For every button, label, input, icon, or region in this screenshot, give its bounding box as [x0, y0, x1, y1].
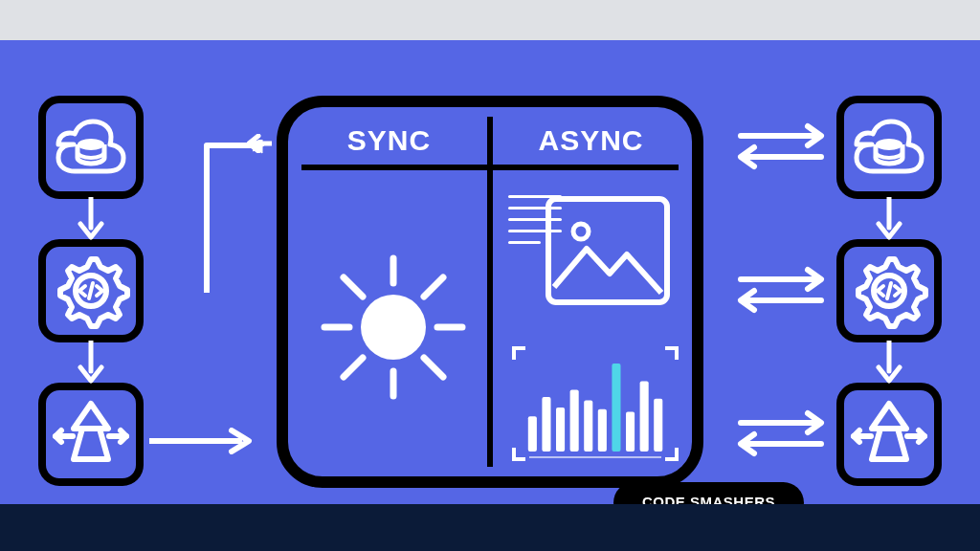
svg-line-9	[424, 277, 443, 297]
right-box-cloud	[836, 96, 942, 199]
route-nav-icon	[848, 398, 930, 471]
right-box-route	[836, 383, 942, 486]
chart-bar	[640, 381, 649, 452]
arrows-bidirectional-icon	[733, 409, 829, 457]
arrows-bidirectional-icon	[733, 122, 829, 170]
arrow-down-icon	[875, 197, 903, 241]
bottom-bar	[0, 504, 980, 551]
arrow-down-icon	[875, 341, 903, 385]
svg-rect-11	[548, 199, 667, 302]
bar-chart	[510, 344, 680, 463]
svg-point-2	[361, 295, 426, 360]
chart-bar	[556, 408, 565, 452]
diagram-canvas: SYNC ASYNC	[0, 40, 980, 504]
chart-bar	[528, 416, 537, 452]
cloud-db-icon	[53, 116, 129, 179]
chart-bar	[612, 364, 620, 452]
chart-bar	[542, 397, 550, 452]
svg-point-12	[573, 224, 589, 239]
svg-line-10	[344, 358, 363, 377]
connector-left-to-center	[149, 140, 264, 298]
async-header: ASYNC	[490, 117, 692, 165]
page-top-spacer	[0, 0, 980, 40]
svg-line-8	[424, 358, 443, 377]
svg-line-7	[344, 277, 363, 297]
gear-code-icon	[850, 252, 928, 330]
cloud-db-icon	[851, 116, 927, 179]
arrow-down-icon	[77, 341, 105, 385]
svg-point-0	[78, 139, 104, 150]
chart-bar	[626, 412, 635, 452]
arrow-right-icon	[149, 428, 255, 454]
left-box-route	[38, 383, 144, 486]
arrow-left-head-icon	[247, 134, 272, 153]
sun-icon	[317, 251, 470, 404]
route-nav-icon	[50, 398, 132, 471]
chart-bar	[584, 401, 592, 452]
center-panel: SYNC ASYNC	[277, 96, 703, 488]
chart-bar	[598, 409, 607, 452]
center-divider	[487, 117, 493, 467]
arrows-bidirectional-icon	[733, 266, 829, 314]
arrow-down-icon	[77, 197, 105, 241]
sync-header: SYNC	[288, 117, 490, 165]
gear-code-icon	[52, 252, 130, 330]
right-box-gear	[836, 239, 942, 342]
left-box-gear	[38, 239, 144, 342]
chart-bar	[570, 390, 579, 452]
svg-point-14	[876, 139, 902, 150]
left-box-cloud	[38, 96, 144, 199]
image-placeholder-icon	[545, 195, 671, 306]
chart-bar	[654, 399, 662, 452]
